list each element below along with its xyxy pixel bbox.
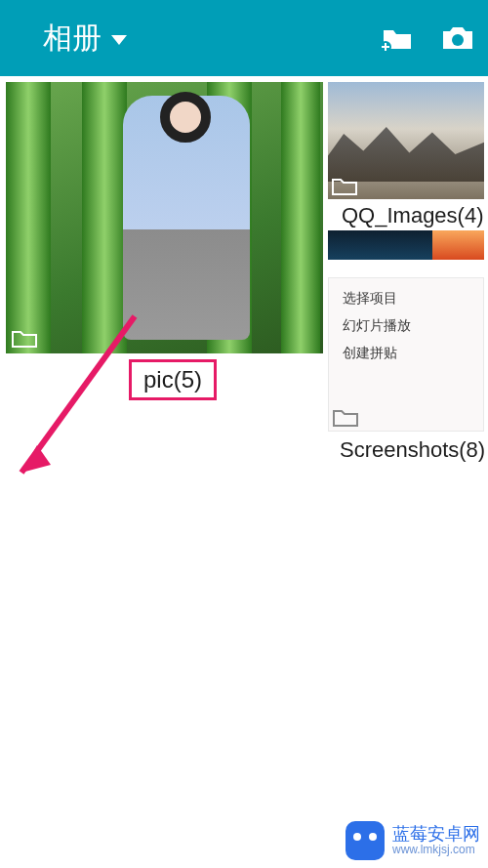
album-qq-label: QQ_Images(4) <box>328 199 484 230</box>
album-pic-label: pic(5) <box>129 359 217 400</box>
context-menu: 选择项目 幻灯片播放 创建拼贴 <box>343 290 475 362</box>
album-screenshots-label: Screenshots(8) <box>328 432 484 463</box>
watermark-name: 蓝莓安卓网 <box>392 825 480 845</box>
album-pic[interactable]: pic(5) <box>6 82 323 353</box>
dropdown-icon <box>111 35 127 45</box>
album-screenshots-thumbnail: 选择项目 幻灯片播放 创建拼贴 <box>328 277 484 432</box>
album-grid: pic(5) QQ_Images(4) 选择项目 幻灯片播放 创建拼贴 <box>0 76 488 82</box>
svg-point-1 <box>452 34 464 46</box>
watermark: 蓝莓安卓网 www.lmkjsj.com <box>346 821 480 860</box>
album-qq-thumbnail <box>328 82 484 199</box>
folder-icon <box>332 176 357 195</box>
app-bar: 相册 <box>0 0 488 76</box>
folder-icon <box>333 407 358 427</box>
album-qq-extra-thumbs <box>328 230 484 260</box>
menu-item-slideshow[interactable]: 幻灯片播放 <box>343 317 475 335</box>
menu-item-collage[interactable]: 创建拼贴 <box>343 345 475 362</box>
watermark-logo-icon <box>346 821 385 860</box>
album-qq-images[interactable]: QQ_Images(4) <box>328 82 484 260</box>
album-selector[interactable]: 相册 <box>14 19 381 59</box>
album-screenshots[interactable]: 选择项目 幻灯片播放 创建拼贴 Screenshots(8) <box>328 277 484 463</box>
action-bar <box>381 24 474 52</box>
app-title: 相册 <box>43 19 102 59</box>
album-pic-thumbnail <box>6 82 323 353</box>
add-folder-icon[interactable] <box>381 24 414 52</box>
folder-icon <box>12 328 37 348</box>
watermark-url: www.lmkjsj.com <box>392 844 480 856</box>
menu-item-select[interactable]: 选择项目 <box>343 290 475 308</box>
camera-icon[interactable] <box>441 24 474 52</box>
